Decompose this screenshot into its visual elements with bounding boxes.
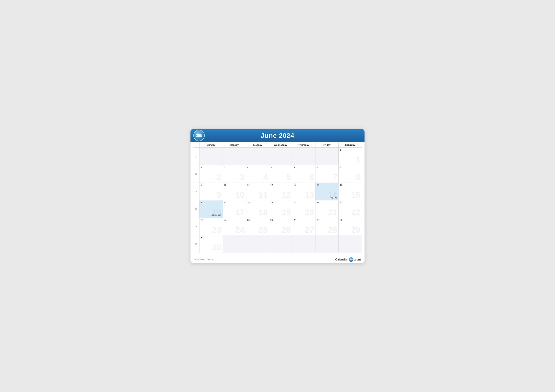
day-cell-25[interactable]: 2525 xyxy=(246,218,269,235)
day-cell-empty-2 xyxy=(246,235,269,253)
weekday-header-saturday: Saturday xyxy=(338,142,362,148)
day-cell-12[interactable]: 1212 xyxy=(269,183,292,200)
day-number: 29 xyxy=(340,219,360,221)
day-cell-empty-2 xyxy=(246,148,269,165)
day-cell-2[interactable]: 22 xyxy=(199,165,223,183)
day-cell-24[interactable]: 2424 xyxy=(223,218,246,235)
day-cell-empty-4 xyxy=(292,235,315,253)
day-number: 24 xyxy=(224,219,245,221)
footer-badge: 365 xyxy=(349,257,353,262)
day-watermark: 28 xyxy=(328,226,337,234)
day-number: 6 xyxy=(293,166,314,169)
day-number: 25 xyxy=(247,219,268,221)
day-cell-26[interactable]: 2626 xyxy=(269,218,292,235)
day-cell-9[interactable]: 99 xyxy=(199,183,223,200)
week-row-4: 262323242425252626272728282929 xyxy=(193,218,362,235)
day-cell-30[interactable]: 3030 xyxy=(199,235,223,253)
day-number: 27 xyxy=(293,219,314,221)
day-watermark: 30 xyxy=(212,243,221,251)
day-cell-20[interactable]: 2020 xyxy=(292,200,315,218)
week-number-23: 23 xyxy=(193,165,199,183)
weekday-header-sunday: Sunday xyxy=(199,142,223,148)
footer-brand-suffix: .com xyxy=(354,258,361,261)
logo-badge: 365 xyxy=(193,130,205,141)
day-cell-14[interactable]: 1414Flag Day xyxy=(315,183,339,200)
day-number: 10 xyxy=(224,184,245,186)
week-number-25: 25 xyxy=(193,200,199,218)
weekday-header-thursday: Thursday xyxy=(292,142,315,148)
day-cell-22[interactable]: 2222 xyxy=(338,200,362,218)
footer-label: June 2024 Calendar xyxy=(194,258,213,261)
day-watermark: 19 xyxy=(282,208,291,216)
day-cell-6[interactable]: 66 xyxy=(292,165,315,183)
day-cell-18[interactable]: 1818 xyxy=(246,200,269,218)
day-cell-empty-5 xyxy=(315,148,339,165)
day-number: 22 xyxy=(340,201,360,204)
day-watermark: 21 xyxy=(328,208,337,216)
day-watermark: 23 xyxy=(212,226,221,234)
week-number-22: 22 xyxy=(193,148,199,165)
weekday-header-friday: Friday xyxy=(315,142,339,148)
week-number-24: 24 xyxy=(193,183,199,200)
day-watermark: 20 xyxy=(305,208,314,216)
day-number: 30 xyxy=(201,236,221,239)
weekday-header-tuesday: Tuesday xyxy=(246,142,269,148)
week-row-5: 273030 xyxy=(193,235,362,253)
day-cell-10[interactable]: 1010 xyxy=(223,183,246,200)
day-cell-4[interactable]: 44 xyxy=(246,165,269,183)
day-number: 28 xyxy=(317,219,337,221)
day-number: 15 xyxy=(340,184,360,186)
day-cell-empty-1 xyxy=(223,235,246,253)
week-number-26: 26 xyxy=(193,218,199,235)
day-cell-17[interactable]: 1717 xyxy=(223,200,246,218)
day-watermark: 7 xyxy=(333,173,337,181)
day-cell-27[interactable]: 2727 xyxy=(292,218,315,235)
day-watermark: 22 xyxy=(351,208,360,216)
day-cell-11[interactable]: 1111 xyxy=(246,183,269,200)
day-number: 7 xyxy=(317,166,337,169)
day-cell-empty-3 xyxy=(269,148,292,165)
day-number: 23 xyxy=(201,219,221,221)
day-number: 9 xyxy=(201,184,221,186)
weeks-container: 2211232233445566778824991010111112121313… xyxy=(193,148,362,253)
day-cell-7[interactable]: 77 xyxy=(315,165,339,183)
day-number: 8 xyxy=(340,166,360,169)
day-number: 3 xyxy=(224,166,245,169)
day-watermark: 18 xyxy=(258,208,268,216)
weekday-header-wednesday: Wednesday xyxy=(269,142,292,148)
day-cell-21[interactable]: 2121 xyxy=(315,200,339,218)
day-watermark: 17 xyxy=(235,208,244,216)
week-row-0: 2211 xyxy=(193,148,362,165)
week-number-27: 27 xyxy=(193,235,199,253)
footer-brand-prefix: Calendar- xyxy=(335,258,348,261)
day-watermark: 4 xyxy=(263,173,268,181)
day-number: 16 xyxy=(201,201,221,204)
day-cell-15[interactable]: 1515 xyxy=(338,183,362,200)
day-cell-23[interactable]: 2323 xyxy=(199,218,223,235)
day-watermark: 15 xyxy=(351,191,360,199)
day-cell-16[interactable]: 1616Father's Day xyxy=(199,200,223,218)
day-cell-29[interactable]: 2929 xyxy=(338,218,362,235)
day-cell-13[interactable]: 1313 xyxy=(292,183,315,200)
day-cell-19[interactable]: 1919 xyxy=(269,200,292,218)
day-cell-empty-5 xyxy=(315,235,339,253)
day-watermark: 3 xyxy=(240,173,244,181)
day-cell-8[interactable]: 88 xyxy=(338,165,362,183)
day-cell-1[interactable]: 11 xyxy=(338,148,362,165)
calendar-footer: June 2024 Calendar Calendar- 365 .com xyxy=(190,256,365,263)
day-cell-3[interactable]: 33 xyxy=(223,165,246,183)
day-number: 14 xyxy=(317,184,337,186)
day-number: 11 xyxy=(247,184,268,186)
calendar-header: 365 June 2024 xyxy=(190,129,365,142)
footer-brand: Calendar- 365 .com xyxy=(335,257,361,262)
day-cell-5[interactable]: 55 xyxy=(269,165,292,183)
day-number: 2 xyxy=(201,166,221,169)
day-watermark: 11 xyxy=(258,191,268,199)
day-watermark: 8 xyxy=(356,173,360,181)
day-number: 13 xyxy=(293,184,314,186)
day-number: 21 xyxy=(317,201,337,204)
day-watermark: 26 xyxy=(282,226,291,234)
day-cell-empty-1 xyxy=(223,148,246,165)
day-cell-28[interactable]: 2828 xyxy=(315,218,339,235)
day-number: 26 xyxy=(270,219,291,221)
